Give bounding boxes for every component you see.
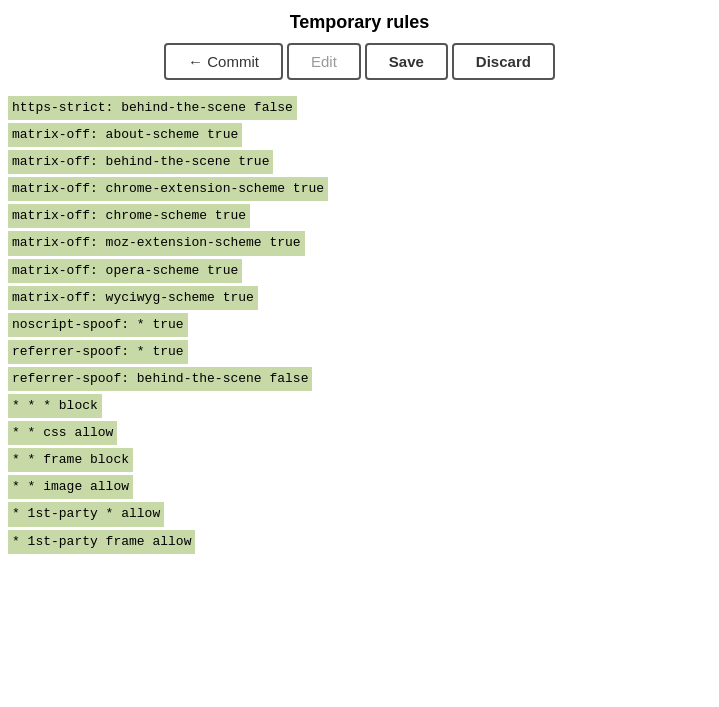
rule-line: matrix-off: about-scheme true — [8, 123, 242, 147]
rule-line: * 1st-party frame allow — [8, 530, 195, 554]
rule-line: referrer-spoof: behind-the-scene false — [8, 367, 312, 391]
rule-row: matrix-off: opera-scheme true — [8, 259, 711, 285]
rule-line: matrix-off: opera-scheme true — [8, 259, 242, 283]
rule-row: matrix-off: moz-extension-scheme true — [8, 231, 711, 257]
page-container: Temporary rules ← Commit Edit Save Disca… — [0, 0, 719, 561]
rule-line: matrix-off: chrome-scheme true — [8, 204, 250, 228]
rule-row: * * image allow — [8, 475, 711, 501]
rules-area: https-strict: behind-the-scene falsematr… — [0, 92, 719, 561]
rule-line: https-strict: behind-the-scene false — [8, 96, 297, 120]
rule-line: * * image allow — [8, 475, 133, 499]
rule-row: * * css allow — [8, 421, 711, 447]
rule-row: matrix-off: chrome-scheme true — [8, 204, 711, 230]
rule-row: * * frame block — [8, 448, 711, 474]
rule-row: * 1st-party * allow — [8, 502, 711, 528]
edit-button[interactable]: Edit — [287, 43, 361, 80]
rule-line: * * frame block — [8, 448, 133, 472]
rule-row: * * * block — [8, 394, 711, 420]
rule-line: * * css allow — [8, 421, 117, 445]
rule-row: * 1st-party frame allow — [8, 530, 711, 556]
rule-row: matrix-off: about-scheme true — [8, 123, 711, 149]
rule-row: noscript-spoof: * true — [8, 313, 711, 339]
rule-row: matrix-off: behind-the-scene true — [8, 150, 711, 176]
rule-row: referrer-spoof: * true — [8, 340, 711, 366]
rule-line: noscript-spoof: * true — [8, 313, 188, 337]
toolbar: ← Commit Edit Save Discard — [0, 43, 719, 80]
rule-row: https-strict: behind-the-scene false — [8, 96, 711, 122]
rule-line: * * * block — [8, 394, 102, 418]
rule-row: matrix-off: wyciwyg-scheme true — [8, 286, 711, 312]
page-title: Temporary rules — [0, 0, 719, 43]
commit-button[interactable]: ← Commit — [164, 43, 283, 80]
rule-row: matrix-off: chrome-extension-scheme true — [8, 177, 711, 203]
rule-line: matrix-off: behind-the-scene true — [8, 150, 273, 174]
rule-line: matrix-off: chrome-extension-scheme true — [8, 177, 328, 201]
rule-line: matrix-off: wyciwyg-scheme true — [8, 286, 258, 310]
discard-button[interactable]: Discard — [452, 43, 555, 80]
rule-line: matrix-off: moz-extension-scheme true — [8, 231, 305, 255]
save-button[interactable]: Save — [365, 43, 448, 80]
rule-row: referrer-spoof: behind-the-scene false — [8, 367, 711, 393]
rule-line: referrer-spoof: * true — [8, 340, 188, 364]
rule-line: * 1st-party * allow — [8, 502, 164, 526]
